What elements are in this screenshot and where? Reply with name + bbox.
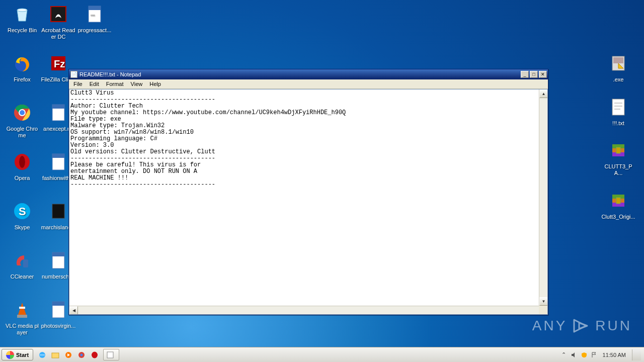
menu-edit[interactable]: Edit (86, 80, 103, 88)
ql-chrome[interactable] (77, 350, 86, 359)
txt-icon (607, 96, 629, 118)
scroll-left-button[interactable]: ◀ (69, 306, 78, 314)
text-editor[interactable]: Clutt3 Virus ---------------------------… (69, 89, 547, 314)
ql-opera[interactable] (90, 350, 99, 359)
rar-icon (607, 139, 629, 161)
ccleaner-icon (11, 249, 33, 272)
skype-icon: S (11, 200, 33, 222)
svg-rect-2 (51, 7, 65, 21)
icon-skype[interactable]: S Skype (4, 200, 40, 249)
volume-icon[interactable] (571, 351, 578, 358)
icon-label: Clutt3_Origi... (601, 214, 635, 220)
watermark: ANY RUN (532, 316, 632, 336)
icon-recycle-bin[interactable]: Recycle Bin (4, 3, 40, 52)
icon-label: VLC media player (5, 323, 40, 335)
icon-label: progressact... (78, 27, 112, 34)
scroll-track[interactable] (78, 306, 539, 314)
icon-label: CLUTT3_PA... (601, 163, 636, 176)
desktop: Recycle Bin Acrobat Reader DC ≡≡≡ progre… (0, 0, 644, 362)
watermark-suffix: RUN (595, 318, 632, 334)
minimize-button[interactable]: _ (521, 71, 529, 78)
scroll-up-button[interactable]: ▲ (539, 89, 547, 98)
svg-point-47 (80, 353, 83, 356)
icon-label: CCleaner (11, 274, 34, 280)
icon-clutt3-origi[interactable]: Clutt3_Origi... (600, 190, 637, 220)
notepad-window: 📄 README!!!.txt - Notepad _ □ ✕ File Edi… (68, 69, 548, 315)
icon-label: Opera (15, 175, 30, 182)
filezilla-icon: Fz (47, 52, 69, 74)
opera-icon (11, 151, 33, 173)
scroll-track[interactable] (539, 98, 547, 297)
rar-icon (607, 190, 629, 212)
system-tray: ⌃ 11:50 AM (557, 347, 644, 362)
notepad-icon: 📄 (70, 71, 77, 78)
svg-rect-25 (19, 307, 25, 309)
icon-label: Firefox (14, 76, 31, 83)
svg-rect-42 (616, 198, 620, 204)
svg-rect-26 (17, 315, 27, 318)
menu-view[interactable]: View (127, 80, 146, 88)
vertical-scrollbar[interactable]: ▲ ▼ (539, 89, 547, 306)
icon-exe-file[interactable]: .exe (600, 52, 637, 83)
icon-clutt3-pa[interactable]: CLUTT3_PA... (600, 139, 637, 176)
svg-rect-44 (52, 353, 59, 358)
icon-vlc[interactable]: VLC media player (4, 299, 40, 348)
windows-orb-icon (6, 351, 14, 359)
firefox-icon (11, 52, 33, 74)
svg-rect-21 (52, 204, 64, 218)
tray-up-icon[interactable]: ⌃ (560, 351, 568, 358)
menu-file[interactable]: File (70, 80, 86, 88)
icon-label: Google Chrome (5, 126, 40, 138)
start-label: Start (16, 352, 29, 358)
show-desktop-button[interactable] (632, 349, 641, 360)
svg-point-48 (92, 351, 98, 358)
titlebar[interactable]: 📄 README!!!.txt - Notepad _ □ ✕ (69, 69, 548, 79)
maximize-button[interactable]: □ (530, 71, 538, 78)
icon-ccleaner[interactable]: CCleaner (4, 249, 40, 299)
svg-rect-28 (52, 302, 64, 306)
word-doc-icon: ≡≡≡ (84, 3, 106, 25)
taskbar: Start ⌃ 11:50 AM (0, 347, 644, 362)
word-doc-icon (47, 151, 69, 173)
icon-label: Recycle Bin (8, 27, 37, 34)
icon-opera[interactable]: Opera (4, 151, 40, 200)
watermark-brand: ANY (532, 318, 568, 334)
svg-rect-38 (616, 147, 620, 153)
svg-rect-49 (107, 352, 113, 358)
icon-chrome[interactable]: Google Chrome (4, 102, 40, 151)
word-doc-icon (47, 102, 69, 124)
shield-icon[interactable] (581, 351, 588, 358)
svg-text:Fz: Fz (54, 58, 65, 69)
editor-content: Clutt3 Virus ---------------------------… (69, 89, 547, 189)
taskbar-item-notepad[interactable] (103, 349, 119, 360)
icon-progressact[interactable]: ≡≡≡ progressact... (76, 3, 113, 52)
icon-readme-txt[interactable]: !!!.txt (600, 96, 637, 127)
icon-firefox[interactable]: Firefox (4, 52, 40, 102)
icon-acrobat[interactable]: Acrobat Reader DC (40, 3, 76, 52)
ql-wmp[interactable] (64, 350, 73, 359)
editor-wrap: Clutt3 Virus ---------------------------… (69, 89, 548, 315)
scroll-down-button[interactable]: ▼ (539, 297, 547, 306)
word-doc-icon (47, 249, 69, 272)
word-doc-icon (47, 299, 69, 321)
svg-rect-13 (52, 105, 64, 109)
menu-format[interactable]: Format (103, 80, 127, 88)
svg-point-11 (20, 110, 25, 115)
exe-icon (607, 52, 629, 74)
ql-explorer[interactable] (51, 350, 60, 359)
svg-rect-18 (52, 154, 64, 158)
svg-text:S: S (19, 205, 26, 218)
start-button[interactable]: Start (2, 349, 33, 360)
close-button[interactable]: ✕ (539, 71, 547, 78)
acrobat-icon (47, 3, 69, 25)
ql-ie[interactable] (38, 350, 47, 359)
menu-help[interactable]: Help (146, 80, 165, 88)
horizontal-scrollbar[interactable]: ◀ ▶ (69, 306, 547, 314)
icon-label: !!!.txt (612, 120, 624, 127)
svg-rect-4 (89, 6, 101, 10)
icon-label: Acrobat Reader DC (41, 27, 76, 40)
flag-icon[interactable] (591, 351, 598, 358)
icon-label: Skype (15, 224, 30, 231)
taskbar-clock[interactable]: 11:50 AM (601, 352, 628, 358)
file-icon (47, 200, 69, 222)
